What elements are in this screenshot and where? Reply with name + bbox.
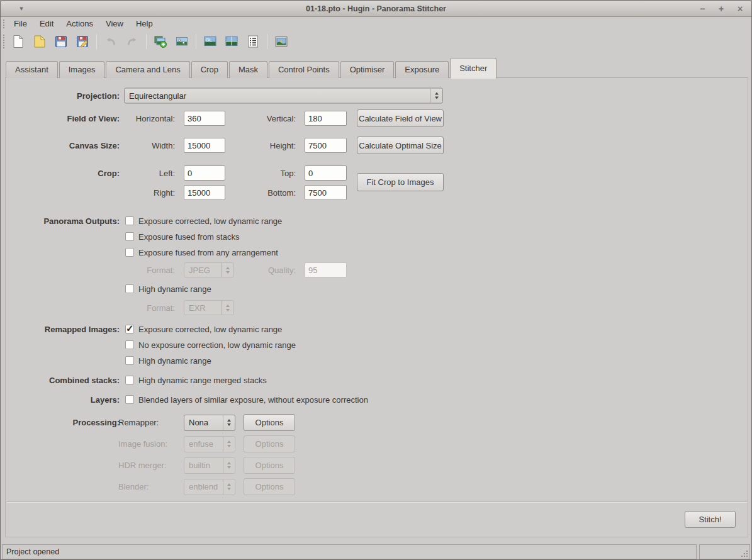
fov-horizontal-input[interactable] xyxy=(184,111,225,126)
add-time-series-button[interactable] xyxy=(172,32,192,51)
outputs-hdr-format-label: Format: xyxy=(122,300,175,315)
combined-hdr-merged-checkbox[interactable] xyxy=(125,376,134,384)
remapped-ldr-checkbox[interactable] xyxy=(125,325,134,333)
remapped-hdr-checkbox[interactable] xyxy=(125,356,134,365)
image-fusion-label: Image fusion: xyxy=(118,435,167,452)
fit-crop-to-images-button[interactable]: Fit Crop to Images xyxy=(357,173,444,191)
remapper-select[interactable]: Nona xyxy=(184,415,235,431)
hdr-merger-label: HDR merger: xyxy=(118,457,167,474)
statusbar: Project opened xyxy=(2,544,750,559)
titlebar[interactable]: ▾ 01-18.pto - Hugin - Panorama Stitcher … xyxy=(1,1,751,17)
canvas-width-input[interactable] xyxy=(184,138,225,153)
blender-label: Blender: xyxy=(118,478,149,495)
outputs-ldr-checkbox[interactable] xyxy=(125,216,134,225)
resize-grip-icon[interactable] xyxy=(741,551,748,557)
calculate-fov-button[interactable]: Calculate Field of View xyxy=(357,109,444,127)
tab-crop[interactable]: Crop xyxy=(191,61,228,78)
panorama-outputs-label: Panorama Outputs: xyxy=(6,215,120,227)
tab-camera-and-lens[interactable]: Camera and Lens xyxy=(106,61,189,78)
open-project-icon xyxy=(32,34,47,49)
tab-optimiser[interactable]: Optimiser xyxy=(340,61,395,78)
crop-label: Crop: xyxy=(6,165,120,181)
undo-button[interactable] xyxy=(101,32,121,51)
crop-top-input[interactable] xyxy=(305,165,347,181)
combo-arrows-icon xyxy=(223,437,235,452)
projection-select[interactable]: Equirectangular xyxy=(124,88,443,104)
close-button[interactable]: × xyxy=(735,4,745,14)
menu-file[interactable]: File xyxy=(8,18,33,30)
tab-mask[interactable]: Mask xyxy=(229,61,267,78)
outputs-fused-stacks-checkbox[interactable] xyxy=(125,232,134,241)
menu-help[interactable]: Help xyxy=(130,18,159,30)
image-fusion-options-button: Options xyxy=(244,435,295,452)
remapped-no-correction-checkbox[interactable] xyxy=(125,340,134,349)
menubar: File Edit Actions View Help xyxy=(1,18,751,30)
gl-preview-button[interactable]: GL xyxy=(200,32,220,51)
crop-bottom-input[interactable] xyxy=(305,185,347,200)
add-time-series-icon xyxy=(174,34,189,49)
toolbar-separator xyxy=(196,34,196,49)
tab-exposure[interactable]: Exposure xyxy=(395,61,449,78)
tab-images[interactable]: Images xyxy=(59,61,105,78)
save-project-as-button[interactable] xyxy=(72,32,93,51)
menu-view[interactable]: View xyxy=(99,18,130,30)
menu-edit[interactable]: Edit xyxy=(33,18,60,30)
outputs-ldr-label: Exposure corrected, low dynamic range xyxy=(138,215,282,227)
tab-control-points[interactable]: Control Points xyxy=(269,61,339,78)
tab-stitcher[interactable]: Stitcher xyxy=(450,58,497,79)
redo-button[interactable] xyxy=(122,32,142,51)
outputs-hdr-format-value: EXR xyxy=(184,303,222,313)
remapper-options-button[interactable]: Options xyxy=(244,414,295,431)
combo-arrows-icon[interactable] xyxy=(223,415,235,430)
canvas-width-label: Width: xyxy=(122,137,175,154)
save-project-icon xyxy=(53,34,69,49)
remapper-label: Remapper: xyxy=(118,414,159,431)
new-project-icon xyxy=(11,34,26,49)
window-title: 01-18.pto - Hugin - Panorama Stitcher xyxy=(1,1,751,17)
control-point-list-button[interactable] xyxy=(243,32,263,51)
crop-top-label: Top: xyxy=(229,165,296,181)
status-message: Project opened xyxy=(6,547,59,556)
layers-blended-label: Blended layers of similar exposure, with… xyxy=(138,393,368,406)
svg-text:GL: GL xyxy=(206,37,213,43)
maximize-button[interactable]: + xyxy=(716,4,726,14)
toolbar-grip[interactable] xyxy=(3,35,8,48)
toolbar: GL xyxy=(1,30,751,53)
crop-left-input[interactable] xyxy=(184,165,225,181)
minimize-button[interactable]: − xyxy=(697,4,707,14)
save-project-button[interactable] xyxy=(51,32,71,51)
layers-blended-checkbox[interactable] xyxy=(125,395,134,404)
calculate-optimal-size-button[interactable]: Calculate Optimal Size xyxy=(357,137,444,154)
new-project-button[interactable] xyxy=(8,32,28,51)
stitch-button[interactable]: Stitch! xyxy=(685,511,736,528)
hdr-merger-select: builtin xyxy=(184,457,235,474)
blender-value: enblend xyxy=(184,482,223,491)
panorama-editor-button[interactable] xyxy=(271,32,291,51)
add-images-button[interactable] xyxy=(150,32,171,51)
outputs-fused-any-checkbox[interactable] xyxy=(125,248,134,257)
combo-arrows-icon xyxy=(223,458,235,473)
crop-bottom-label: Bottom: xyxy=(229,184,296,201)
gl-preview-icon: GL xyxy=(203,34,218,49)
combo-arrows-icon xyxy=(223,479,235,495)
panorama-editor-icon xyxy=(274,34,289,49)
blender-select: enblend xyxy=(184,479,235,495)
menubar-grip[interactable] xyxy=(3,20,8,28)
tab-assistant[interactable]: Assistant xyxy=(6,61,58,78)
outputs-hdr-format-select: EXR xyxy=(184,300,234,315)
hdr-merger-options-button: Options xyxy=(244,457,295,474)
outputs-hdr-checkbox[interactable] xyxy=(125,284,134,293)
crop-right-input[interactable] xyxy=(184,185,225,200)
preview-button[interactable] xyxy=(222,32,242,51)
image-fusion-value: enfuse xyxy=(184,439,223,449)
combo-arrows-icon[interactable] xyxy=(430,89,442,103)
open-project-button[interactable] xyxy=(30,32,50,51)
menu-actions[interactable]: Actions xyxy=(60,18,99,30)
layers-label: Layers: xyxy=(6,393,120,406)
fov-vertical-input[interactable] xyxy=(305,111,347,126)
crop-right-label: Right: xyxy=(122,184,175,201)
status-aux-cell xyxy=(699,544,750,559)
blender-options-button: Options xyxy=(244,478,295,495)
canvas-height-input[interactable] xyxy=(305,138,347,153)
tabbar: Assistant Images Camera and Lens Crop Ma… xyxy=(6,57,746,78)
